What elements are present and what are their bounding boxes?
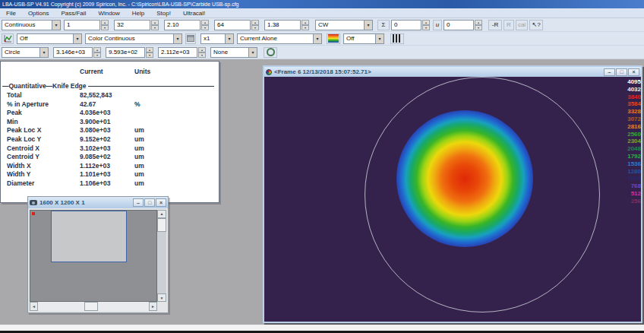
- color-scale-value: 3328: [620, 108, 641, 116]
- palette-combo[interactable]: Color Continuous ▾: [85, 33, 182, 44]
- result-unit: um: [134, 153, 144, 160]
- trigger-combo[interactable]: CW ▾: [315, 20, 373, 30]
- scrollbar-thumb[interactable]: [157, 218, 166, 232]
- profiles-combo[interactable]: Off ▾: [17, 33, 82, 44]
- thumbnail-client[interactable]: [30, 210, 157, 302]
- beam-display[interactable]: 4095403238403584332830722816256023042048…: [264, 77, 641, 322]
- chevron-down-icon[interactable]: ▾: [173, 34, 182, 43]
- beam-frame-icon: [266, 69, 272, 75]
- scrollbar-thumb[interactable]: [84, 302, 98, 311]
- minimize-button[interactable]: –: [133, 198, 144, 207]
- scroll-left-icon[interactable]: ◄: [30, 302, 38, 311]
- capture-mode-combo[interactable]: Continuous ▾: [2, 20, 61, 30]
- cursor-combo[interactable]: None ▾: [210, 47, 257, 58]
- vertical-scrollbar[interactable]: ▲ ▼: [157, 210, 166, 302]
- menu-item[interactable]: File: [0, 8, 22, 17]
- scroll-down-icon[interactable]: ▼: [157, 293, 166, 302]
- maximize-button[interactable]: □: [144, 198, 155, 207]
- spin-up-icon[interactable]: ▴: [146, 47, 153, 52]
- chevron-down-icon[interactable]: ▾: [73, 34, 81, 43]
- spin-down-icon[interactable]: ▾: [198, 52, 206, 58]
- result-value: 3.080e+03: [80, 126, 110, 134]
- spin-up-icon[interactable]: ▴: [301, 20, 309, 25]
- spin-down-icon[interactable]: ▾: [475, 25, 482, 30]
- spin-up-icon[interactable]: ▴: [251, 20, 259, 25]
- gain-spinner[interactable]: 64 ▴▾: [214, 20, 259, 30]
- colorbar-combo[interactable]: Off ▾: [343, 33, 384, 44]
- app-window: LBA-USB-SP V4.91 Copyright (c) 2009 Spir…: [0, 0, 644, 333]
- spin-up-icon[interactable]: ▴: [198, 47, 206, 52]
- window-titlebar[interactable]: LBA-USB-SP V4.91 Copyright (c) 2009 Spir…: [0, 0, 644, 8]
- palette-preview-button[interactable]: [327, 33, 340, 44]
- spin-down-icon[interactable]: ▾: [151, 25, 159, 30]
- close-button[interactable]: ×: [628, 68, 639, 76]
- horizontal-scrollbar[interactable]: ◄ ►: [30, 302, 157, 311]
- chevron-down-icon[interactable]: ▾: [248, 48, 257, 57]
- color-scale-value: 4032: [620, 86, 641, 94]
- cal-button[interactable]: cal: [516, 20, 528, 30]
- sum-count-spinner[interactable]: 0 ▴▾: [391, 20, 430, 30]
- result-unit: um: [134, 179, 144, 187]
- sum-button[interactable]: Σ: [377, 20, 390, 30]
- spin-up-icon[interactable]: ▴: [422, 20, 430, 25]
- spin-up-icon[interactable]: ▴: [201, 20, 209, 25]
- menu-item[interactable]: Pass/Fail: [55, 8, 92, 17]
- close-button[interactable]: ×: [156, 198, 166, 207]
- beam-titlebar[interactable]: <Frame 6 12/13/2018 15:07:52.71> – □ ×: [264, 67, 641, 77]
- chevron-down-icon[interactable]: ▾: [225, 34, 233, 43]
- profiles-axes-button[interactable]: [2, 33, 14, 44]
- thumbnail-titlebar[interactable]: 1600 X 1200 X 1 – □ ×: [28, 197, 168, 208]
- reference-button[interactable]: R: [504, 20, 514, 30]
- spin-up-icon[interactable]: ▴: [151, 20, 159, 25]
- spin-down-icon[interactable]: ▾: [93, 52, 101, 58]
- ultracal-count-button[interactable]: u: [433, 20, 442, 30]
- menu-item[interactable]: Options: [22, 8, 55, 17]
- aperture-y-spinner[interactable]: 9.593e+02 ▴▾: [106, 47, 153, 58]
- spin-down-icon[interactable]: ▾: [251, 25, 259, 30]
- black-level-spinner[interactable]: 1.38 ▴▾: [264, 20, 309, 30]
- spin-down-icon[interactable]: ▾: [101, 25, 109, 30]
- spin-up-icon[interactable]: ▴: [475, 20, 482, 25]
- scroll-up-icon[interactable]: ▲: [157, 210, 166, 218]
- frame-start-spinner[interactable]: 1 ▴▾: [64, 20, 109, 30]
- scroll-right-icon[interactable]: ►: [149, 302, 157, 311]
- color-scale-value: 3584: [620, 100, 641, 108]
- result-unit: %: [134, 100, 140, 108]
- reference-subtract-button[interactable]: -R: [488, 20, 502, 30]
- aperture-toggle-button[interactable]: [264, 47, 277, 58]
- frame-count-spinner[interactable]: 32 ▴▾: [114, 20, 159, 30]
- thumbnail-image[interactable]: [51, 211, 127, 262]
- spin-down-icon[interactable]: ▾: [146, 52, 153, 58]
- aperture-x-spinner[interactable]: 3.146e+03 ▴▾: [53, 47, 101, 58]
- colorbar-button[interactable]: [390, 33, 404, 44]
- spin-up-icon[interactable]: ▴: [93, 47, 101, 52]
- ultracal-count-spinner[interactable]: 0 ▴▾: [444, 20, 482, 30]
- menu-item[interactable]: Ultracal!: [177, 8, 211, 17]
- spin-up-icon[interactable]: ▴: [101, 20, 109, 25]
- palette-edit-button[interactable]: [185, 33, 196, 44]
- minimize-button[interactable]: –: [604, 68, 615, 76]
- spin-down-icon[interactable]: ▾: [201, 25, 209, 30]
- frame-mode-combo[interactable]: Current Alone ▾: [237, 33, 322, 44]
- chevron-down-icon[interactable]: ▾: [364, 21, 372, 30]
- menu-item[interactable]: Stop!: [150, 8, 177, 17]
- menu-item[interactable]: Help: [126, 8, 150, 17]
- spin-down-icon[interactable]: ▾: [422, 25, 430, 30]
- context-help-button[interactable]: ↖?: [529, 20, 543, 30]
- thumbnail-title: 1600 X 1200 X 1: [39, 199, 132, 206]
- aperture-shape-combo[interactable]: Circle ▾: [2, 47, 49, 58]
- chevron-down-icon[interactable]: ▾: [39, 48, 48, 57]
- spin-down-icon[interactable]: ▾: [301, 25, 309, 30]
- aperture-diameter-spinner[interactable]: 2.112e+03 ▴▾: [158, 47, 206, 58]
- menu-item[interactable]: Window: [92, 8, 125, 17]
- chevron-down-icon[interactable]: ▾: [313, 34, 321, 43]
- chevron-down-icon[interactable]: ▾: [375, 34, 384, 43]
- zoom-combo[interactable]: x1 ▾: [200, 33, 234, 44]
- exposure-spinner[interactable]: 2.10 ▴▾: [164, 20, 209, 30]
- chevron-down-icon[interactable]: ▾: [52, 21, 60, 30]
- color-scale-value: 256: [620, 198, 641, 205]
- result-value: 9.085e+02: [80, 153, 110, 160]
- camera-icon: [30, 200, 37, 205]
- maximize-button[interactable]: □: [616, 68, 627, 76]
- beam-frame-title: <Frame 6 12/13/2018 15:07:52.71>: [274, 68, 603, 75]
